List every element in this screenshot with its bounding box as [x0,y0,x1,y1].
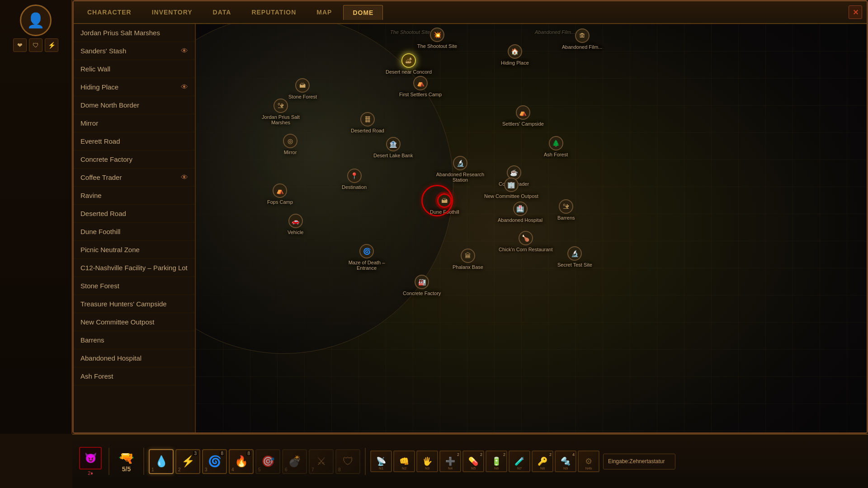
sidebar-item-hiding-place[interactable]: Hiding Place👁 [74,78,195,96]
content-area: Jordan Prius Salt MarshesSanders' Stash👁… [74,24,867,432]
close-button[interactable]: ✕ [849,5,862,19]
sidebar-item-ash-forest[interactable]: Ash Forest [74,367,195,385]
location-name: Secret Test Site [557,262,592,267]
tab-reputation[interactable]: REPUTATION [242,5,305,19]
skill-num: 7 [311,467,314,472]
location-icon: 🍗 [519,231,533,245]
location-name: Ash Forest [544,152,568,157]
map-location-chickn-corn[interactable]: 🍗Chick'n Corn Restaurant [499,231,553,252]
keybind-input[interactable]: Eingabe:Zehnertastatur [603,454,675,469]
right-skill-N1[interactable]: 📡N1 [370,450,392,472]
map-location-abandoned-hospital-map[interactable]: 🏥Abandoned Hospital [498,202,542,223]
right-skill-N7[interactable]: 🧪N7 [509,450,530,472]
map-location-desert-lake-bank[interactable]: 🏦Desert Lake Bank [373,137,413,158]
skill-slot-3[interactable]: 🌀83 [202,449,227,474]
map-location-jordan-prius-map[interactable]: 🏜Jordan Prius Salt Marshes [254,99,308,125]
sidebar-item-jordan-prius[interactable]: Jordan Prius Salt Marshes [74,24,195,42]
location-icon: 🏕 [401,53,416,68]
tab-character[interactable]: CHARACTER [78,5,141,19]
tab-data[interactable]: DATA [204,5,241,19]
right-skill-N4b[interactable]: ⚙N4b [578,450,599,472]
sidebar-item-barrens[interactable]: Barrens [74,331,195,349]
map-location-concrete-factory-map[interactable]: 🏭Concrete Factory [403,275,441,296]
skill-count: 8 [220,451,224,456]
map-area[interactable]: 🏔Stone Forest🏜Jordan Prius Salt Marshes🏕… [196,24,867,432]
sidebar-item-relic-wall[interactable]: Relic Wall [74,60,195,78]
map-location-fops-camp[interactable]: ⛺Fops Camp [267,183,293,205]
skill-sm-label: N1 [379,466,383,470]
map-location-dune-foothill-map[interactable]: 🏔Dune Foothill [430,193,459,215]
skill-sm-label: N3 [425,466,429,470]
sidebar-item-label: Abandoned Hospital [80,354,188,362]
map-location-stone-forest[interactable]: 🏔Stone Forest [288,78,317,99]
tab-dome[interactable]: DOME [343,5,383,20]
map-location-first-settlers[interactable]: ⛺First Settlers Camp [399,76,442,97]
right-skill-N5[interactable]: 💊2N5 [462,450,484,472]
sidebar-item-stone-forest[interactable]: Stone Forest [74,277,195,295]
sidebar-item-picnic-neutral[interactable]: Picnic Neutral Zone [74,241,195,259]
map-location-vehicle[interactable]: 🚗Vehicle [288,214,303,235]
map-location-hiding-place-map[interactable]: 🏠Hiding Place [501,44,529,66]
map-location-deserted-road-map[interactable]: 🛤Deserted Road [351,112,384,133]
skill-sm-count: 2 [480,452,482,457]
sidebar-item-mirror[interactable]: Mirror [74,114,195,132]
ammo-display: 🔫 5/5 [114,450,139,473]
eye-icon: 👁 [181,174,188,182]
sidebar-item-everett-road[interactable]: Everett Road [74,132,195,150]
skill-slot-2[interactable]: ⚡32 [175,449,200,474]
right-skill-N2[interactable]: 👊N2 [393,450,415,472]
highlight-ring [421,185,453,216]
skill-slot-4[interactable]: 🔥84 [229,449,254,474]
sidebar-item-dune-foothill[interactable]: Dune Foothill [74,223,195,241]
skill-num: 2 [178,467,181,472]
sidebar-item-sanders-stash[interactable]: Sanders' Stash👁 [74,42,195,60]
map-location-secret-test-site[interactable]: 🔬Secret Test Site [557,246,592,267]
skill-slot-1[interactable]: 💧1 [149,449,174,474]
location-icon: ⛺ [273,183,287,198]
map-location-desert-near-concord[interactable]: 🏕Desert near Concord [386,53,432,75]
status-icons: ❤ 🛡 ⚡ [13,38,58,52]
left-panel: 👤 ❤ 🛡 ⚡ [0,0,72,434]
right-skill-N6[interactable]: 🔋2N6 [486,450,507,472]
sidebar-item-coffee-trader[interactable]: Coffee Trader👁 [74,169,195,187]
health-indicator: 2♦ [88,470,93,476]
tab-map[interactable]: MAP [307,5,341,19]
skill-num: 6 [285,467,288,472]
right-skill-N3[interactable]: 🖐N3 [416,450,438,472]
location-name: Desert near Concord [386,69,432,75]
map-location-abandoned-film[interactable]: 🏚Abandoned Film... [562,28,602,50]
map-location-the-shootout-site[interactable]: 💥The Shootout Site [417,28,457,49]
right-skill-N9[interactable]: 🔩4N9 [555,450,576,472]
sidebar-item-dome-north-border[interactable]: Dome North Border [74,96,195,114]
skill-slot-6[interactable]: 💣6 [282,449,307,474]
map-location-ash-forest-map[interactable]: 🌲Ash Forest [544,136,568,157]
skill-slots: 💧1⚡32🌀83🔥84🎯5💣6⚔7🛡8 [149,449,360,474]
sidebar-item-label: Dune Foothill [80,228,188,235]
skill-slot-8[interactable]: 🛡8 [335,449,360,474]
sidebar-item-deserted-road[interactable]: Deserted Road [74,205,195,223]
map-location-new-committee-map[interactable]: 🏢New Committee Outpost [484,178,538,199]
skill-sm-label: N9 [563,466,568,470]
map-location-mirror-map[interactable]: ◎Mirror [283,134,297,155]
map-location-destination[interactable]: 📍Destination [342,169,367,190]
right-skill-N4[interactable]: ➕2N4 [439,450,461,472]
sidebar-item-concrete-factory[interactable]: Concrete Factory [74,150,195,169]
right-skill-N8[interactable]: 🔑2N8 [532,450,553,472]
sidebar-item-c12-nashville[interactable]: C12-Nashville Facility – Parking Lot [74,259,195,277]
map-location-phalanx-base[interactable]: 🏛Phalanx Base [453,249,483,270]
skill-sm-count: 4 [572,452,575,457]
sidebar-item-new-committee[interactable]: New Committee Outpost [74,313,195,331]
sidebar-item-label: Picnic Neutral Zone [80,246,188,253]
skill-slot-5[interactable]: 🎯5 [255,449,280,474]
sidebar-item-abandoned-hospital[interactable]: Abandoned Hospital [74,349,195,367]
skill-slot-7[interactable]: ⚔7 [309,449,334,474]
sidebar-item-label: Deserted Road [80,210,188,217]
skill-icon: 👊 [399,456,409,466]
sidebar-item-ravine[interactable]: Ravine [74,187,195,205]
tab-inventory[interactable]: INVENTORY [143,5,202,19]
map-location-settlers-campside[interactable]: ⛺Settlers' Campside [502,105,544,127]
map-location-abandoned-research[interactable]: 🔬Abandoned Research Station [433,156,487,183]
map-location-maze-of-death[interactable]: 🌀Maze of Death – Entrance [340,244,394,271]
sidebar-item-treasure-hunters[interactable]: Treasure Hunters' Campside [74,295,195,313]
map-location-barrens-map[interactable]: 🏜Barrens [557,199,575,221]
